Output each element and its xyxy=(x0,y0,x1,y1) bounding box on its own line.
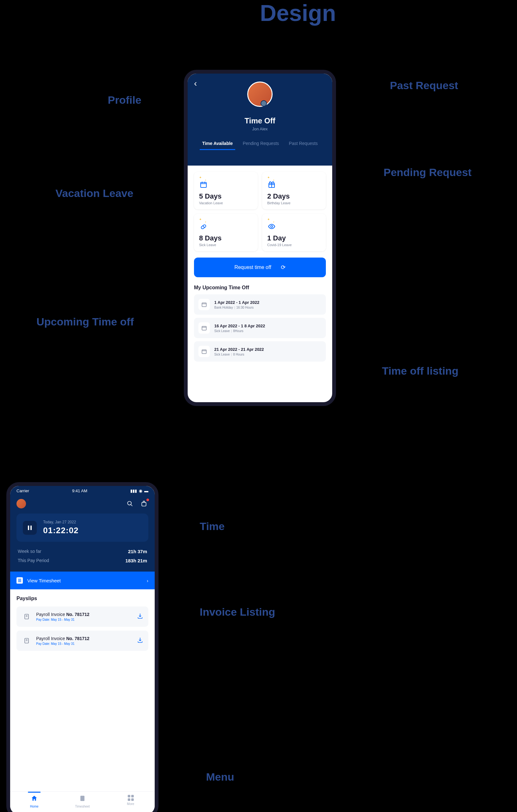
payslip-date: Pay Date: May 15 - May 31 xyxy=(36,642,132,645)
chevron-right-icon: › xyxy=(147,578,148,583)
tab-label: More xyxy=(127,802,134,806)
battery-icon: ▬ xyxy=(144,489,148,493)
user-name: Jon Alex xyxy=(194,126,326,131)
tab-pending-requests[interactable]: Pending Requests xyxy=(240,138,281,150)
period-value: 183h 21m xyxy=(125,558,147,563)
upcoming-section-title: My Upcoming Time Off xyxy=(194,285,326,291)
annotation-past-request: Past Request xyxy=(390,79,458,92)
week-label: Week so far xyxy=(18,549,41,554)
pause-button[interactable] xyxy=(23,521,37,535)
time-stats: Week so far 21h 37m This Pay Period 183h… xyxy=(17,547,148,565)
document-icon xyxy=(17,577,23,584)
upcoming-timeoff-item[interactable]: 16 Apr 2022 - 1 8 Apr 2022 Sick Leave|8H… xyxy=(194,318,326,338)
receipt-icon xyxy=(22,636,32,646)
download-icon xyxy=(137,637,143,643)
home-icon xyxy=(31,795,38,804)
svg-rect-6 xyxy=(202,350,206,354)
refresh-icon: ⟳ xyxy=(281,264,285,271)
leave-card-birthday[interactable]: 2 Days Birthday Leave xyxy=(262,172,326,209)
annotation-invoice-listing: Invoice Listing xyxy=(200,606,275,618)
timeoff-date-range: 16 Apr 2022 - 1 8 Apr 2022 xyxy=(214,323,265,328)
timeoff-meta: Bank Holiday|16:30 Hours xyxy=(214,306,259,309)
tab-time-available[interactable]: Time Available xyxy=(200,138,236,150)
tab-label: Home xyxy=(30,805,39,808)
page-title: Time Off xyxy=(194,116,326,125)
pause-icon xyxy=(28,526,32,530)
document-icon xyxy=(79,795,86,804)
download-icon xyxy=(137,613,143,619)
payslip-item[interactable]: Payroll Invoice No. 781712 Pay Date: May… xyxy=(17,631,148,651)
period-label: This Pay Period xyxy=(18,558,49,563)
timeoff-header: ‹ Time Off Jon Alex Time Available Pendi… xyxy=(188,74,332,166)
carrier-label: Carrier xyxy=(17,489,29,493)
back-button[interactable]: ‹ xyxy=(194,78,197,88)
upcoming-timeoff-item[interactable]: 21 Apr 2022 - 21 Apr 2022 Sick Leave|8 H… xyxy=(194,341,326,361)
tab-more[interactable]: More xyxy=(107,795,155,808)
calendar-icon xyxy=(199,180,208,189)
payslip-title: Payroll Invoice No. 781712 xyxy=(36,612,132,617)
week-value: 21h 37m xyxy=(128,549,147,554)
upcoming-timeoff-item[interactable]: 1 Apr 2022 - 1 Apr 2022 Bank Holiday|16:… xyxy=(194,294,326,315)
tab-timesheet[interactable]: Timesheet xyxy=(58,795,107,808)
leave-type-label: Covid-19 Leave xyxy=(267,243,321,247)
svg-rect-11 xyxy=(81,796,85,801)
leave-days-value: 2 Days xyxy=(267,192,321,200)
leave-card-covid[interactable]: 1 Day Covid-19 Leave xyxy=(262,214,326,251)
tab-home[interactable]: Home xyxy=(10,795,58,808)
leave-type-label: Sick Leave xyxy=(199,243,253,247)
calendar-small-icon xyxy=(199,346,210,357)
payslip-item[interactable]: Payroll Invoice No. 781712 Pay Date: May… xyxy=(17,606,148,627)
avatar-camera-badge[interactable] xyxy=(261,100,267,107)
timeoff-tabs: Time Available Pending Requests Past Req… xyxy=(194,138,326,150)
timeoff-meta: Sick Leave|8 Hours xyxy=(214,353,264,356)
status-time: 9:41 AM xyxy=(72,489,88,493)
grid-icon xyxy=(128,795,134,801)
annotation-time: Time xyxy=(200,520,225,532)
status-icons: ▮▮▮ ◉ ▬ xyxy=(130,489,148,493)
view-timesheet-button[interactable]: View Timesheet › xyxy=(10,572,155,589)
leave-days-value: 5 Days xyxy=(199,192,253,200)
annotation-time-off-listing: Time off listing xyxy=(382,365,458,377)
leave-cards-grid: 5 Days Vacation Leave 2 Days Birthday Le… xyxy=(194,172,326,251)
pill-icon xyxy=(199,222,208,231)
timer-card: Today, Jan 27 2022 01:22:02 xyxy=(17,514,148,542)
download-button[interactable] xyxy=(137,637,143,645)
search-button[interactable] xyxy=(125,499,134,508)
leave-days-value: 8 Days xyxy=(199,234,253,242)
annotation-pending-request: Pending Request xyxy=(384,166,472,179)
tab-past-requests[interactable]: Past Requests xyxy=(286,138,320,150)
annotation-upcoming-time-off: Upcoming Time off xyxy=(36,316,134,328)
avatar-small[interactable] xyxy=(17,499,26,509)
svg-point-3 xyxy=(271,226,273,227)
annotation-profile: Profile xyxy=(108,94,141,106)
timeoff-date-range: 1 Apr 2022 - 1 Apr 2022 xyxy=(214,300,259,305)
home-header: Today, Jan 27 2022 01:22:02 Week so far … xyxy=(10,514,155,572)
notification-dot xyxy=(147,499,149,501)
top-bar xyxy=(10,496,155,514)
calendar-small-icon xyxy=(199,322,210,334)
sparkle-icon xyxy=(199,220,253,222)
phone-home-screen: Carrier 9:41 AM ▮▮▮ ◉ ▬ Today, Jan 27 20… xyxy=(6,482,158,812)
wifi-icon: ◉ xyxy=(139,489,142,493)
phone-timeoff-screen: ‹ Time Off Jon Alex Time Available Pendi… xyxy=(184,70,336,406)
sparkle-icon xyxy=(199,178,253,180)
svg-rect-0 xyxy=(201,182,206,187)
request-time-off-button[interactable]: Request time off ⟳ xyxy=(194,258,326,277)
annotation-vacation-leave: Vacation Leave xyxy=(56,187,133,200)
leave-card-vacation[interactable]: 5 Days Vacation Leave xyxy=(194,172,258,209)
payslip-title: Payroll Invoice No. 781712 xyxy=(36,636,132,641)
view-timesheet-label: View Timesheet xyxy=(27,578,61,583)
gift-icon xyxy=(267,180,276,189)
design-heading: Design xyxy=(260,0,336,26)
svg-rect-8 xyxy=(142,502,146,506)
eye-icon xyxy=(267,222,276,231)
download-button[interactable] xyxy=(137,613,143,621)
home-body: Payslips Payroll Invoice No. 781712 Pay … xyxy=(10,589,155,791)
leave-card-sick[interactable]: 8 Days Sick Leave xyxy=(194,214,258,251)
sparkle-icon xyxy=(267,178,321,180)
notifications-button[interactable] xyxy=(140,499,148,508)
leave-type-label: Birthday Leave xyxy=(267,201,321,205)
profile-avatar[interactable] xyxy=(247,82,273,107)
svg-rect-5 xyxy=(202,326,206,330)
request-button-label: Request time off xyxy=(234,264,271,270)
